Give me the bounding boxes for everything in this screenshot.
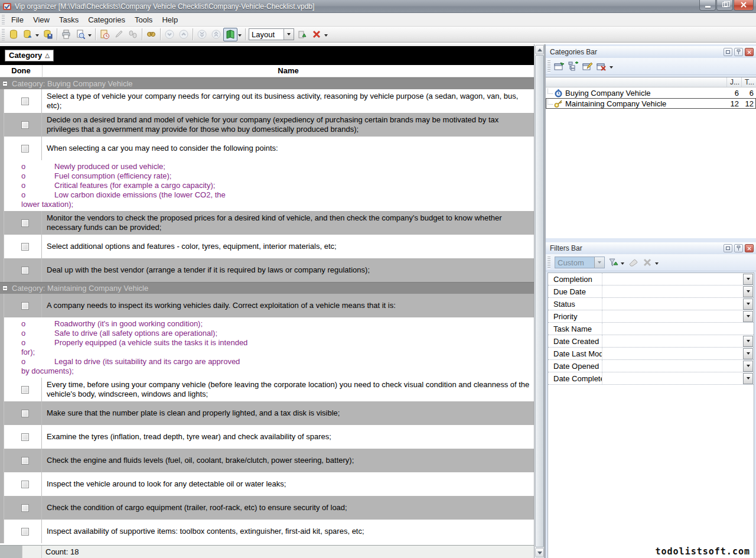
- print-icon[interactable]: [59, 28, 73, 41]
- title-bar[interactable]: Vip organizer [M:\Vlad\Checklists\Compan…: [0, 0, 756, 13]
- task-row[interactable]: Deal up with the best vendor (arrange a …: [0, 258, 534, 282]
- edit-category-icon[interactable]: [581, 60, 595, 73]
- dropdown-caret-icon[interactable]: [88, 34, 92, 37]
- panel-pin-button[interactable]: [734, 244, 743, 252]
- task-checkbox[interactable]: [21, 302, 29, 310]
- task-checkbox[interactable]: [21, 504, 29, 512]
- dropdown-caret-icon[interactable]: [621, 262, 624, 265]
- menu-file[interactable]: File: [6, 14, 28, 26]
- panel-maximize-button[interactable]: [724, 244, 732, 252]
- task-row[interactable]: A company needs to inspect its working v…: [0, 294, 534, 317]
- menu-tools[interactable]: Tools: [130, 14, 157, 26]
- task-checkbox[interactable]: [21, 267, 29, 274]
- move-up-icon[interactable]: [177, 28, 191, 41]
- new-subcategory-icon[interactable]: [566, 60, 581, 73]
- note-row[interactable]: oRoadworthy (it's in good working condit…: [0, 317, 534, 378]
- filter-dropdown-button[interactable]: [743, 274, 753, 285]
- menu-tasks[interactable]: Tasks: [54, 14, 83, 26]
- task-checkbox[interactable]: [21, 121, 29, 129]
- filter-row[interactable]: Due Date: [548, 286, 754, 298]
- filters-bar-header[interactable]: Filters Bar: [546, 242, 756, 254]
- scroll-down-button[interactable]: [535, 548, 544, 557]
- task-checkbox[interactable]: [21, 457, 29, 465]
- combobox-dropdown-button[interactable]: [594, 257, 604, 268]
- task-row[interactable]: Select additional options and features -…: [0, 235, 534, 258]
- filter-dropdown-button[interactable]: [743, 373, 753, 384]
- group-by-category-button[interactable]: Category △: [5, 50, 54, 61]
- filter-row[interactable]: Date Opened: [548, 360, 754, 372]
- filter-dropdown-button[interactable]: [743, 299, 753, 310]
- task-row[interactable]: Decide on a desired brand and model of v…: [0, 113, 534, 137]
- task-row[interactable]: When selecting a car you may need to con…: [0, 137, 534, 160]
- filter-row[interactable]: Date Created: [548, 335, 754, 348]
- combobox-dropdown-button[interactable]: [284, 29, 294, 40]
- dropdown-caret-icon[interactable]: [610, 66, 613, 69]
- layout-combobox[interactable]: Layout: [249, 28, 294, 40]
- filter-dropdown-button[interactable]: [743, 361, 753, 372]
- task-row[interactable]: Monitor the vendors to check the propose…: [0, 211, 534, 235]
- column-header-j[interactable]: J...: [726, 77, 741, 87]
- move-top-icon[interactable]: [209, 28, 223, 41]
- filter-value[interactable]: [602, 286, 743, 297]
- filter-dropdown-button[interactable]: [743, 336, 753, 347]
- task-checkbox[interactable]: [21, 145, 29, 153]
- task-row[interactable]: Every time, before using your company ve…: [0, 378, 534, 401]
- print-preview-icon[interactable]: [73, 28, 87, 41]
- duplicate-task-icon[interactable]: [126, 28, 140, 41]
- column-header-name[interactable]: Name: [43, 65, 534, 77]
- filter-row[interactable]: Completion: [548, 273, 754, 286]
- clear-filter-icon[interactable]: [626, 256, 640, 270]
- save-database-icon[interactable]: [41, 28, 55, 41]
- maximize-button[interactable]: [716, 0, 733, 11]
- edit-task-icon[interactable]: [112, 28, 126, 41]
- view-style-icon[interactable]: [223, 28, 237, 41]
- filter-preset-combobox[interactable]: Custom: [555, 257, 605, 268]
- move-down-icon[interactable]: [162, 28, 177, 41]
- delete-layout-icon[interactable]: [309, 28, 324, 41]
- scroll-up-button[interactable]: [535, 45, 544, 54]
- filter-row[interactable]: Date Last Modified: [548, 348, 754, 360]
- move-bottom-icon[interactable]: [195, 28, 209, 41]
- task-checkbox[interactable]: [21, 481, 29, 488]
- filter-value[interactable]: [602, 298, 743, 310]
- category-item-maintaining[interactable]: Maintaining Company Vehicle 12 12: [546, 98, 756, 109]
- task-row[interactable]: Examine the tyres (inflation, tread dept…: [0, 425, 534, 449]
- filter-dropdown-button[interactable]: [743, 286, 753, 297]
- scrollbar-thumb[interactable]: [535, 55, 544, 547]
- filter-value[interactable]: [602, 335, 743, 347]
- filter-row[interactable]: Date Completed: [548, 372, 754, 385]
- apply-layout-icon[interactable]: [295, 28, 309, 41]
- new-database-icon[interactable]: [6, 28, 21, 41]
- category-group-row[interactable]: Category: Buying Company Vehicle: [0, 77, 534, 89]
- category-item-buying[interactable]: Buying Company Vehicle 6 6: [546, 87, 756, 98]
- task-checkbox[interactable]: [21, 433, 29, 441]
- dropdown-caret-icon[interactable]: [238, 34, 242, 37]
- open-database-icon[interactable]: [21, 28, 35, 41]
- task-row[interactable]: Inspect the vehicle around to look for a…: [0, 472, 534, 496]
- task-row[interactable]: Make sure that the number plate is clean…: [0, 401, 534, 425]
- filter-row[interactable]: Priority: [548, 310, 754, 323]
- task-checkbox[interactable]: [21, 386, 29, 394]
- dropdown-caret-icon[interactable]: [324, 34, 328, 37]
- panel-close-button[interactable]: [745, 48, 754, 56]
- panel-maximize-button[interactable]: [724, 48, 732, 56]
- vertical-scrollbar[interactable]: [535, 44, 545, 558]
- task-row[interactable]: Check the condition of cargo equipment (…: [0, 496, 534, 520]
- column-header-t[interactable]: T...: [741, 77, 756, 87]
- panel-close-button[interactable]: [745, 244, 754, 252]
- menu-categories[interactable]: Categories: [83, 14, 130, 26]
- task-checkbox[interactable]: [21, 243, 29, 251]
- minimize-button[interactable]: [699, 0, 716, 11]
- collapse-icon[interactable]: [2, 286, 8, 291]
- category-group-row[interactable]: Category: Maintaining Company Vehicle: [0, 282, 534, 294]
- close-button[interactable]: [734, 0, 754, 11]
- task-checkbox[interactable]: [21, 410, 29, 417]
- filter-dropdown-button[interactable]: [743, 348, 753, 359]
- delete-category-icon[interactable]: [595, 60, 609, 73]
- filter-value[interactable]: [602, 360, 743, 372]
- task-row[interactable]: Inspect availability of supportive items…: [0, 520, 534, 543]
- dropdown-caret-icon[interactable]: [35, 34, 39, 37]
- find-icon[interactable]: [144, 28, 158, 41]
- new-task-icon[interactable]: [97, 28, 112, 41]
- filter-value[interactable]: [602, 323, 754, 335]
